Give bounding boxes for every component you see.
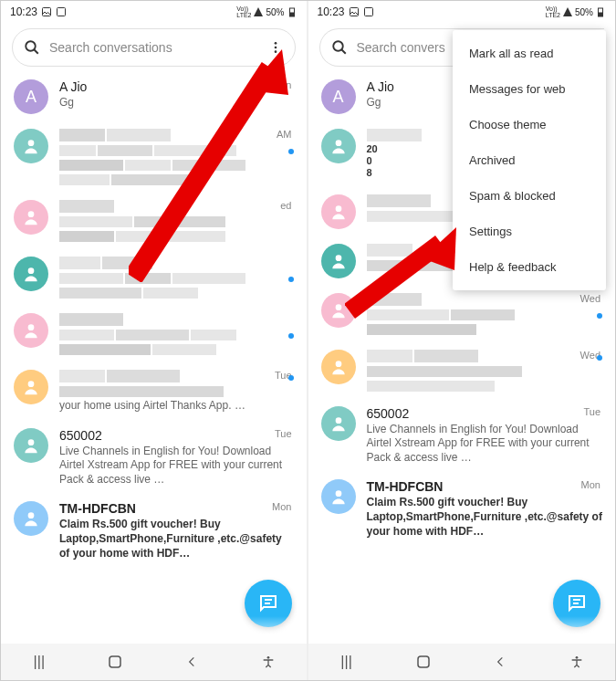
back-button[interactable] <box>181 651 203 673</box>
conversation-preview: Gg <box>59 96 294 110</box>
recents-button[interactable]: ||| <box>28 651 50 673</box>
svg-point-15 <box>28 513 35 519</box>
unread-dot <box>597 355 602 361</box>
conversation-item[interactable]: TM-HDFCBNMon Claim Rs.500 gift voucher! … <box>1 494 307 568</box>
status-network: Vo))LTE2 <box>236 5 251 18</box>
avatar <box>14 501 48 536</box>
battery-icon <box>595 6 606 17</box>
avatar <box>14 428 48 463</box>
menu-help-feedback[interactable]: Help & feedback <box>453 249 606 285</box>
conversation-item[interactable]: Tue your home using Airtel Thanks App. … <box>1 362 307 421</box>
search-icon <box>331 39 348 56</box>
menu-messages-for-web[interactable]: Messages for web <box>453 71 606 107</box>
home-button[interactable] <box>412 651 434 673</box>
svg-point-30 <box>335 361 341 367</box>
search-bar[interactable]: Search conversations <box>12 28 296 67</box>
avatar <box>321 129 356 163</box>
svg-point-32 <box>335 491 341 498</box>
unread-dot <box>288 333 294 339</box>
avatar <box>14 200 48 235</box>
overflow-menu: Mark all as read Messages for web Choose… <box>453 30 606 290</box>
unread-dot <box>288 149 294 154</box>
unread-dot <box>288 277 294 282</box>
conversation-item[interactable]: 650002Tue Live Channels in English for Y… <box>1 421 307 495</box>
search-icon <box>24 39 40 56</box>
conversation-list: A A Jio24 min Gg AM <box>1 72 307 644</box>
svg-rect-3 <box>289 13 294 17</box>
svg-rect-18 <box>110 656 120 667</box>
avatar <box>14 370 48 404</box>
menu-spam-blocked[interactable]: Spam & blocked <box>453 178 606 214</box>
menu-settings[interactable]: Settings <box>453 214 606 249</box>
new-message-fab[interactable] <box>553 580 600 627</box>
svg-rect-23 <box>599 13 603 17</box>
svg-point-6 <box>274 42 277 45</box>
svg-point-26 <box>335 140 341 146</box>
svg-point-4 <box>26 41 36 51</box>
conversation-item[interactable] <box>1 306 307 362</box>
svg-rect-21 <box>364 8 372 16</box>
conversation-item[interactable]: Wed <box>308 286 616 342</box>
svg-point-9 <box>28 140 35 146</box>
conversation-time: 24 min <box>261 79 291 90</box>
conversation-preview: your home using Airtel Thanks App. … <box>59 399 294 414</box>
conversation-item[interactable]: AM <box>1 121 307 193</box>
unread-dot <box>288 375 294 381</box>
svg-point-12 <box>28 324 35 330</box>
avatar <box>321 479 356 514</box>
status-bar: 10:23 Vo))LTE2 50% <box>308 1 616 23</box>
svg-rect-0 <box>43 8 51 16</box>
svg-point-13 <box>28 381 35 387</box>
more-options-button[interactable] <box>267 39 284 56</box>
svg-point-19 <box>266 656 269 659</box>
menu-archived[interactable]: Archived <box>453 142 606 178</box>
conversation-item[interactable]: Wed <box>308 342 616 399</box>
svg-point-29 <box>335 304 341 310</box>
unread-dot <box>597 313 602 319</box>
signal-icon <box>562 6 573 17</box>
conversation-item[interactable]: ed <box>1 193 307 249</box>
svg-point-8 <box>274 50 277 53</box>
image-icon <box>363 6 374 17</box>
avatar <box>321 293 356 328</box>
battery-icon <box>287 6 298 17</box>
image-icon <box>41 6 52 17</box>
search-placeholder: Search conversations <box>49 40 258 55</box>
signal-icon <box>253 6 264 17</box>
avatar <box>14 313 48 348</box>
contact-name: A Jio <box>59 79 87 94</box>
menu-mark-all-read[interactable]: Mark all as read <box>453 36 606 71</box>
image-icon <box>349 6 360 17</box>
svg-line-25 <box>341 49 346 54</box>
new-message-fab[interactable] <box>245 580 292 627</box>
conversation-item[interactable]: 650002Tue Live Channels in English for Y… <box>308 399 616 473</box>
avatar: A <box>14 79 48 114</box>
svg-line-5 <box>34 49 38 54</box>
svg-point-24 <box>333 41 343 51</box>
phone-screen-left: 10:23 Vo))LTE2 50% Search conversations … <box>1 1 308 680</box>
more-vert-icon <box>268 40 283 55</box>
avatar <box>14 129 48 163</box>
svg-point-14 <box>28 439 35 445</box>
conversation-item[interactable] <box>1 249 307 306</box>
svg-point-28 <box>335 255 341 261</box>
avatar <box>321 350 356 384</box>
back-button[interactable] <box>489 651 511 673</box>
menu-choose-theme[interactable]: Choose theme <box>453 107 606 142</box>
phone-screen-right: 10:23 Vo))LTE2 50% Search convers A A Ji… <box>308 1 616 680</box>
home-button[interactable] <box>104 651 126 673</box>
recents-button[interactable]: ||| <box>336 651 358 673</box>
accessibility-button[interactable] <box>257 651 279 673</box>
conversation-item[interactable]: A A Jio24 min Gg <box>1 72 307 121</box>
avatar <box>321 194 356 229</box>
svg-rect-20 <box>350 8 358 16</box>
avatar <box>14 257 48 291</box>
avatar: A <box>321 79 356 114</box>
status-bar: 10:23 Vo))LTE2 50% <box>1 1 307 23</box>
chat-icon <box>566 592 588 614</box>
status-time: 10:23 <box>10 5 37 18</box>
svg-rect-1 <box>57 8 66 16</box>
conversation-item[interactable]: TM-HDFCBNMon Claim Rs.500 gift voucher! … <box>308 472 616 546</box>
accessibility-button[interactable] <box>566 651 588 673</box>
status-battery: 50% <box>266 7 284 17</box>
